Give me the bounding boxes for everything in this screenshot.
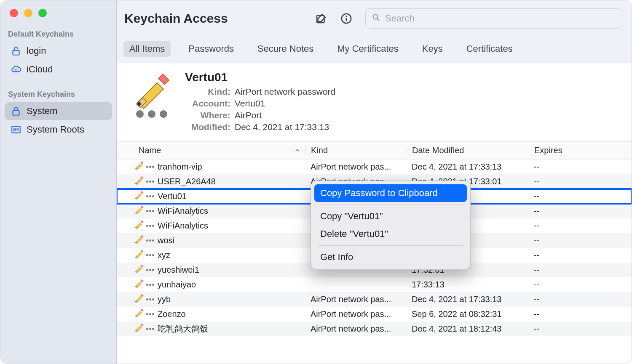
pencil-icon	[134, 250, 144, 261]
pencil-icon	[133, 72, 171, 112]
row-kind: AirPort network pas...	[305, 324, 407, 334]
filter-keys[interactable]: Keys	[416, 41, 449, 57]
sidebar-item-login[interactable]: login	[5, 42, 112, 60]
pencil-icon	[134, 323, 144, 335]
info-icon[interactable]	[340, 12, 353, 25]
sidebar-item-icloud[interactable]: iCloud	[5, 61, 112, 78]
cert-icon	[11, 124, 21, 135]
password-dots-icon	[146, 181, 154, 183]
menu-get-info[interactable]: Get Info	[314, 248, 467, 266]
password-dots-icon	[146, 313, 154, 315]
detail-val-where: AirPort	[235, 110, 262, 120]
row-expires: --	[529, 221, 632, 231]
close-window-button[interactable]	[10, 9, 18, 17]
sidebar: Default Keychains login iCloud System Ke…	[0, 0, 117, 364]
row-date: 17:33:13	[407, 280, 529, 290]
row-expires: --	[529, 280, 632, 290]
context-menu: Copy Password to Clipboard Copy "Vertu01…	[311, 181, 471, 270]
search-field[interactable]	[365, 8, 622, 29]
password-dots-icon	[146, 284, 154, 286]
filter-certificates[interactable]: Certificates	[461, 41, 519, 57]
row-name: yyb	[158, 295, 171, 304]
table-row[interactable]: ZoenzoAirPort network pas...Sep 6, 2022 …	[117, 307, 632, 321]
row-expires: --	[529, 324, 632, 334]
table-header: Name Kind Date Modified Expires	[117, 142, 632, 159]
password-dots-icon	[146, 254, 154, 256]
col-kind[interactable]: Kind	[305, 146, 407, 155]
sidebar-item-label: System	[27, 106, 57, 117]
table-row[interactable]: yybAirPort network pas...Dec 4, 2021 at …	[117, 292, 632, 307]
password-dots-icon	[146, 269, 154, 271]
table-row[interactable]: tranhom-vipAirPort network pas...Dec 4, …	[117, 159, 632, 174]
password-dots-icon	[146, 298, 154, 300]
menu-copy-name[interactable]: Copy "Vertu01"	[314, 207, 467, 225]
password-dots-icon	[146, 328, 154, 330]
minimize-window-button[interactable]	[24, 9, 32, 17]
row-expires: --	[529, 295, 632, 304]
row-name: USER_A26A48	[158, 177, 216, 186]
compose-icon[interactable]	[315, 12, 327, 25]
col-expires-label: Expires	[534, 146, 562, 155]
pencil-icon	[134, 279, 144, 290]
toolbar: Keychain Access	[117, 0, 632, 37]
pencil-icon	[134, 235, 144, 246]
zoom-window-button[interactable]	[38, 9, 47, 17]
menu-copy-password[interactable]: Copy Password to Clipboard	[314, 184, 467, 202]
search-icon	[372, 13, 385, 24]
row-name: wosi	[158, 236, 174, 245]
detail-key-kind: Kind:	[185, 87, 230, 97]
password-dots-icon	[146, 225, 154, 227]
item-icon	[129, 71, 175, 134]
sidebar-item-system-roots[interactable]: System Roots	[5, 121, 112, 138]
row-name: WiFiAnalytics	[158, 206, 208, 216]
pencil-icon	[134, 264, 144, 276]
item-detail-panel: Vertu01 Kind:AirPort network password Ac…	[117, 63, 632, 142]
detail-val-kind: AirPort network password	[235, 87, 335, 97]
app-window: Default Keychains login iCloud System Ke…	[0, 0, 632, 364]
col-name[interactable]: Name	[117, 146, 305, 155]
col-expires[interactable]: Expires	[529, 146, 632, 155]
row-name: Vertu01	[158, 191, 187, 201]
detail-key-modified: Modified:	[185, 122, 230, 132]
sidebar-section-system: System Keychains	[0, 87, 116, 101]
row-expires: --	[529, 309, 632, 319]
row-date: Dec 4, 2021 at 17:33:13	[407, 162, 529, 172]
row-expires: --	[529, 206, 632, 216]
row-expires: --	[529, 236, 632, 245]
row-name: xyz	[158, 250, 170, 260]
table-row[interactable]: 吃乳鸽大鸽饭AirPort network pas...Dec 4, 2021 …	[117, 321, 632, 336]
filter-my-certificates[interactable]: My Certificates	[331, 41, 404, 57]
row-date: Dec 4, 2021 at 17:33:13	[407, 295, 529, 304]
password-dots-icon	[146, 195, 154, 197]
row-expires: --	[529, 177, 632, 186]
password-dots-icon	[146, 239, 154, 242]
detail-title: Vertu01	[185, 71, 621, 84]
filter-secure-notes[interactable]: Secure Notes	[252, 41, 319, 57]
col-date-label: Date Modified	[412, 146, 464, 155]
sidebar-item-label: System Roots	[27, 124, 84, 135]
window-controls	[0, 6, 116, 27]
sidebar-item-label: login	[27, 45, 46, 56]
filter-passwords[interactable]: Passwords	[182, 41, 240, 57]
filter-all-items[interactable]: All Items	[123, 41, 171, 57]
table-row[interactable]: yunhaiyao17:33:13--	[117, 277, 632, 292]
password-dots-icon	[136, 110, 167, 118]
detail-key-where: Where:	[185, 110, 230, 120]
detail-val-modified: Dec 4, 2021 at 17:33:13	[235, 122, 329, 132]
sidebar-item-label: iCloud	[27, 64, 53, 75]
search-input[interactable]	[385, 13, 616, 24]
row-kind: AirPort network pas...	[305, 295, 407, 304]
row-name: yueshiwei1	[158, 265, 199, 275]
row-kind: AirPort network pas...	[305, 309, 407, 319]
unlock-icon	[11, 45, 21, 56]
detail-val-account: Vertu01	[235, 98, 265, 109]
row-date: Dec 4, 2021 at 18:12:43	[407, 324, 529, 334]
menu-delete[interactable]: Delete "Vertu01"	[314, 225, 467, 243]
col-date[interactable]: Date Modified	[407, 146, 529, 155]
detail-key-account: Account:	[185, 98, 230, 109]
row-expires: --	[529, 265, 632, 275]
row-expires: --	[529, 250, 632, 260]
main-content: Keychain Access All Items Passwords Secu…	[117, 0, 632, 364]
sidebar-item-system[interactable]: System	[5, 102, 112, 120]
row-expires: --	[529, 191, 632, 201]
